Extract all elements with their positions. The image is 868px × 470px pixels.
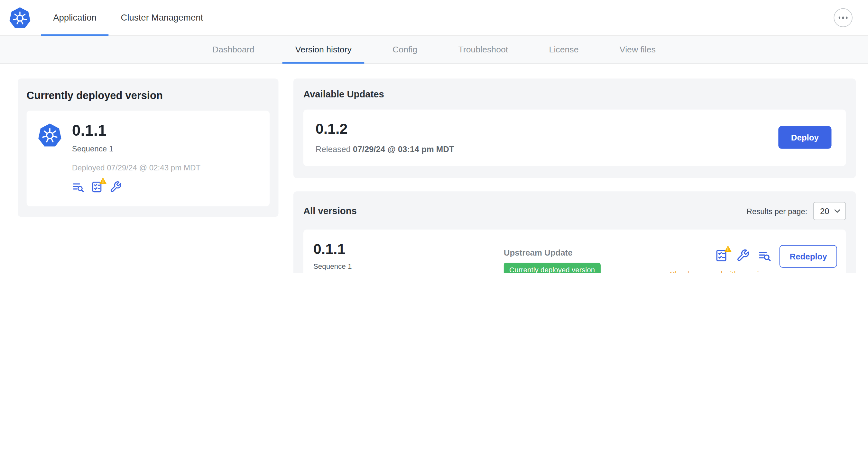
app-subnav: Dashboard Version history Config Trouble… [0,36,868,64]
kubernetes-app-icon [38,123,62,147]
more-options-button[interactable] [834,8,852,27]
warning-triangle-icon [99,177,107,184]
current-version-number: 0.1.1 [72,123,114,138]
results-per-page-label: Results per page: [746,207,807,216]
update-version-number: 0.1.2 [316,121,454,138]
app-window: Application Cluster Management Dashboard… [0,0,868,273]
results-per-page-select[interactable]: 20 [813,202,846,220]
currently-deployed-title: Currently deployed version [27,90,270,102]
released-timestamp: Released07/29/24 @ 03:14 pm MDT [316,144,454,154]
version-source-label: Upstream Update [504,247,670,257]
nav-tab-application[interactable]: Application [41,0,108,35]
checks-status-text: Checks passed with warnings [669,270,771,273]
deploy-button[interactable]: Deploy [778,126,831,148]
edit-config-icon[interactable] [110,181,122,193]
preflight-checks-icon[interactable] [715,249,728,262]
versions-column: Available Updates 0.1.2 Released07/29/24… [293,78,856,273]
nav-tab-cluster-management-label: Cluster Management [121,13,203,23]
preflight-checks-icon[interactable] [91,181,103,193]
ellipsis-icon [838,17,840,19]
results-per-page: Results per page: 20 [746,202,846,220]
nav-tab-application-label: Application [53,13,96,23]
current-version-sequence: Sequence 1 [72,144,114,153]
kubernetes-logo-icon [9,7,31,29]
chevron-down-icon [834,209,840,213]
deployed-timestamp: Deployed 07/29/24 @ 02:43 pm MDT [72,163,259,172]
deploy-logs-icon[interactable] [72,181,84,193]
row-sequence: Sequence 1 [313,262,504,271]
status-badge: Currently deployed version [504,262,601,273]
tab-view-files[interactable]: View files [599,36,676,63]
currently-deployed-column: Currently deployed version [18,78,278,217]
all-versions-title: All versions [303,205,357,216]
available-update-card: 0.1.2 Released07/29/24 @ 03:14 pm MDT De… [303,110,846,166]
current-version-card: 0.1.1 Sequence 1 Deployed 07/29/24 @ 02:… [27,110,270,206]
main-content: Currently deployed version [0,64,868,273]
header-tabs: Application Cluster Management [41,0,215,35]
tab-config[interactable]: Config [372,36,438,63]
currently-deployed-panel: Currently deployed version [18,78,278,217]
nav-tab-cluster-management[interactable]: Cluster Management [109,0,215,35]
all-versions-panel: All versions Results per page: 20 0.1.1 … [293,191,856,273]
version-actions [715,245,772,262]
warning-triangle-icon [724,245,732,252]
deploy-logs-icon[interactable] [758,249,771,262]
current-version-actions [72,181,259,193]
top-header: Application Cluster Management [0,0,868,36]
tab-license[interactable]: License [529,36,599,63]
tab-version-history[interactable]: Version history [275,36,372,63]
available-updates-title: Available Updates [303,89,846,100]
tab-troubleshoot[interactable]: Troubleshoot [438,36,529,63]
row-version-number: 0.1.1 [313,241,504,258]
redeploy-button[interactable]: Redeploy [780,245,837,268]
available-updates-panel: Available Updates 0.1.2 Released07/29/24… [293,78,856,178]
version-row: 0.1.1 Sequence 1 1 files changed View di… [303,230,846,273]
tab-dashboard[interactable]: Dashboard [192,36,275,63]
edit-config-icon[interactable] [736,249,750,262]
